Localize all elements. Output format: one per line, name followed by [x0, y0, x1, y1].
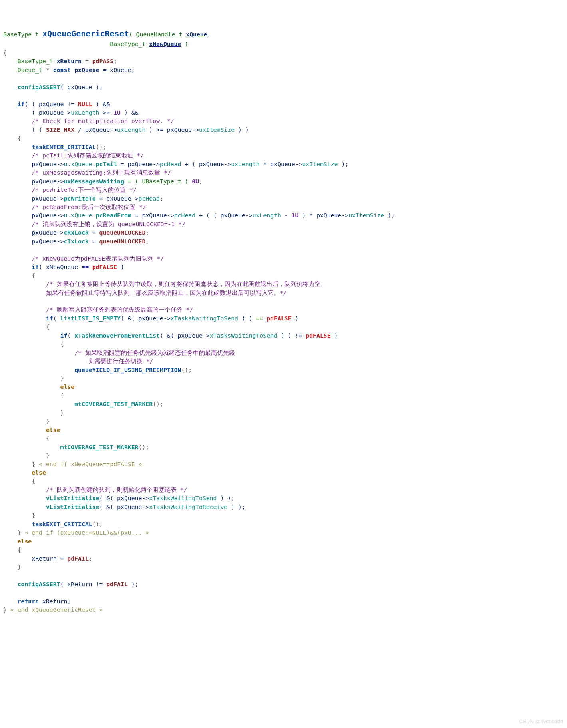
- code-block: BaseType_t xQueueGenericReset( QueueHand…: [3, 31, 395, 613]
